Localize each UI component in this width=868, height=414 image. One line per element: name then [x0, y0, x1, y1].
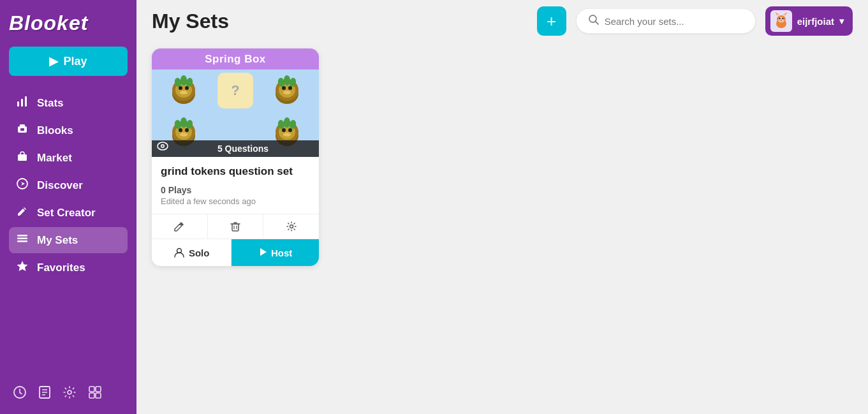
svg-point-61: [180, 133, 188, 137]
svg-point-42: [185, 86, 189, 90]
svg-point-33: [779, 18, 780, 19]
solo-button[interactable]: Solo: [152, 239, 232, 266]
svg-point-63: [180, 117, 187, 128]
my-sets-icon: [15, 232, 29, 248]
sidebar-item-stats[interactable]: Stats: [9, 90, 128, 116]
svg-marker-12: [17, 261, 28, 271]
market-icon: [15, 150, 29, 166]
svg-rect-1: [21, 99, 23, 107]
visibility-icon: [157, 142, 168, 153]
stats-icon: [15, 95, 29, 111]
set-card: Spring Box: [152, 48, 319, 266]
svg-rect-4: [20, 124, 25, 128]
add-set-button[interactable]: +: [537, 6, 566, 36]
svg-point-34: [782, 18, 783, 19]
sidebar-item-set-creator-label: Set Creator: [37, 207, 96, 219]
sidebar-item-stats-label: Stats: [37, 97, 64, 110]
sidebar-item-favorites[interactable]: Favorites: [9, 255, 128, 281]
host-play-icon: [258, 248, 267, 258]
play-button[interactable]: ▶ Play: [9, 47, 128, 76]
host-button[interactable]: Host: [232, 239, 319, 266]
svg-point-76: [162, 145, 164, 147]
play-label: Play: [63, 55, 87, 68]
svg-point-69: [288, 128, 292, 132]
svg-rect-20: [96, 387, 101, 392]
play-icon: ▶: [49, 54, 58, 68]
sidebar-item-blooks-label: Blooks: [37, 124, 73, 137]
svg-rect-77: [232, 224, 239, 231]
spring-box-label: Spring Box: [152, 48, 319, 70]
document-icon[interactable]: [38, 385, 51, 403]
search-bar: [577, 9, 755, 33]
svg-rect-0: [17, 101, 19, 107]
sidebar-item-market-label: Market: [37, 152, 72, 165]
search-icon: [588, 14, 600, 28]
svg-point-35: [781, 20, 782, 20]
svg-rect-19: [89, 387, 94, 392]
solo-label: Solo: [189, 248, 210, 258]
svg-point-32: [778, 17, 784, 23]
delete-button[interactable]: [208, 214, 264, 239]
content-area: Spring Box: [136, 42, 868, 414]
sidebar-item-discover-label: Discover: [37, 179, 83, 192]
edit-button[interactable]: [152, 214, 208, 239]
search-input[interactable]: [605, 16, 744, 27]
grid-icon[interactable]: [88, 385, 102, 403]
svg-marker-8: [21, 182, 25, 186]
sidebar-item-set-creator[interactable]: Set Creator: [9, 200, 128, 226]
svg-point-54: [284, 75, 290, 85]
plus-icon: +: [547, 13, 556, 29]
svg-rect-2: [25, 96, 27, 107]
svg-point-43: [180, 91, 188, 94]
sidebar-item-blooks[interactable]: Blooks: [9, 117, 128, 144]
set-creator-icon: [15, 205, 29, 221]
svg-point-72: [284, 117, 290, 128]
page-title: My Sets: [152, 10, 527, 33]
svg-point-82: [290, 225, 293, 228]
host-label: Host: [271, 248, 292, 258]
user-badge[interactable]: eijrfjoiat ▾: [765, 6, 853, 36]
header: My Sets +: [136, 0, 868, 42]
favorites-icon: [15, 260, 29, 276]
logo: Blooket: [9, 11, 88, 35]
svg-line-24: [595, 22, 598, 25]
sidebar-item-favorites-label: Favorites: [37, 262, 85, 274]
svg-point-68: [282, 128, 286, 132]
settings-button[interactable]: [263, 214, 319, 239]
card-body: grind tokens question set 0 Plays Edited…: [152, 157, 319, 206]
card-plays: 0 Plays: [161, 185, 310, 195]
sidebar-item-my-sets-label: My Sets: [37, 234, 78, 247]
sidebar-item-my-sets[interactable]: My Sets: [9, 227, 128, 253]
svg-rect-5: [20, 128, 24, 131]
card-play-row: Solo Host: [152, 239, 319, 266]
dropdown-chevron-icon: ▾: [839, 16, 844, 26]
svg-rect-21: [89, 393, 94, 398]
history-icon[interactable]: [13, 385, 27, 403]
svg-point-41: [179, 86, 182, 90]
card-actions: [152, 214, 319, 239]
settings-icon[interactable]: [63, 385, 77, 403]
svg-point-45: [180, 75, 187, 85]
sidebar-item-discover[interactable]: Discover: [9, 172, 128, 198]
sidebar: Blooket ▶ Play Stats Blooks Market: [0, 0, 136, 414]
discover-icon: [15, 177, 29, 193]
svg-rect-11: [17, 240, 27, 242]
questions-count: 5 Questions: [217, 144, 268, 154]
svg-rect-6: [18, 154, 27, 161]
main-content: My Sets +: [136, 0, 868, 414]
username: eijrfjoiat: [797, 16, 834, 27]
svg-point-50: [282, 86, 286, 90]
nav-items: Stats Blooks Market Discover: [9, 90, 128, 282]
svg-point-59: [179, 128, 182, 132]
svg-point-60: [185, 128, 189, 132]
sidebar-bottom: [9, 383, 106, 405]
blook-char-1: [165, 72, 202, 109]
svg-point-18: [68, 390, 71, 394]
svg-point-70: [283, 133, 291, 137]
svg-rect-10: [17, 238, 27, 240]
svg-point-51: [288, 86, 292, 90]
svg-point-52: [283, 91, 291, 94]
card-edited: Edited a few seconds ago: [161, 196, 310, 206]
sidebar-item-market[interactable]: Market: [9, 145, 128, 171]
avatar: [770, 10, 792, 32]
